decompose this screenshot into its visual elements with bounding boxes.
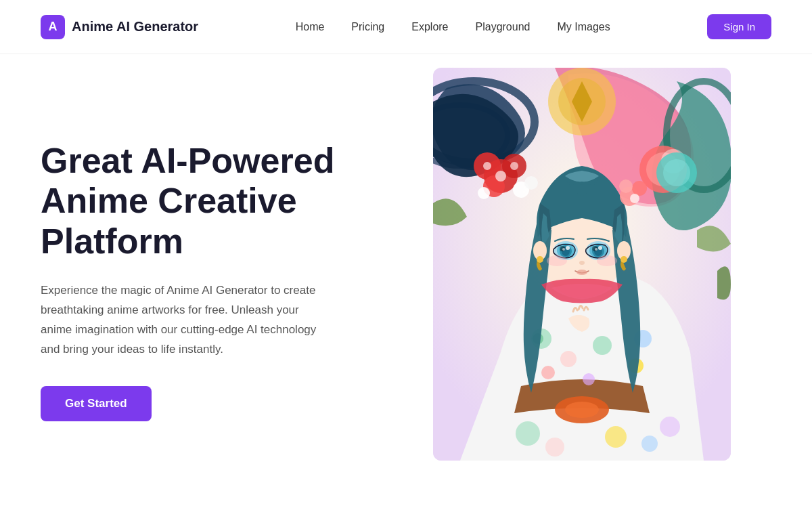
svg-point-23 [565,402,599,418]
svg-point-41 [562,248,565,251]
svg-point-40 [566,246,570,250]
nav-item-my-images: My Images [557,21,610,33]
svg-point-49 [579,261,585,265]
nav-item-pricing: Pricing [351,21,384,33]
svg-point-64 [641,436,658,452]
svg-point-48 [595,248,597,251]
brand-icon: A [41,15,65,39]
anime-character-image [433,68,731,461]
hero-section: Great AI-Powered Anime Creative Platform… [0,54,812,508]
nav-link-home[interactable]: Home [296,21,325,33]
signin-button[interactable]: Sign In [707,14,771,39]
svg-point-61 [516,421,540,446]
brand-icon-letter: A [49,20,58,34]
nav-link-explore[interactable]: Explore [411,21,448,33]
hero-title: Great AI-Powered Anime Creative Platform [41,141,365,262]
get-started-button[interactable]: Get Started [41,386,152,421]
nav-link-pricing[interactable]: Pricing [351,21,384,33]
svg-point-58 [632,181,647,196]
svg-point-62 [545,438,564,457]
svg-point-15 [524,176,538,190]
nav-link-my-images[interactable]: My Images [557,21,610,33]
svg-point-51 [547,255,567,266]
nav-item-home: Home [296,21,325,33]
hero-content: Great AI-Powered Anime Creative Platform… [41,141,392,422]
hero-image-container [392,54,771,508]
svg-point-31 [583,373,595,385]
svg-point-60 [630,194,639,203]
svg-point-21 [663,159,690,186]
svg-point-50 [577,270,587,275]
nav-link-playground[interactable]: Playground [476,21,531,33]
nav-links: Home Pricing Explore Playground My Image… [296,21,610,33]
navbar: A Anime AI Generator Home Pricing Explor… [0,0,812,54]
svg-point-63 [605,426,627,448]
svg-point-29 [541,366,555,379]
svg-point-47 [598,246,602,250]
svg-point-11 [495,171,506,182]
hero-description: Experience the magic of Anime AI Generat… [41,281,332,360]
svg-point-16 [478,187,490,199]
svg-point-26 [560,351,577,367]
svg-point-52 [597,255,617,266]
svg-point-27 [593,336,612,355]
svg-point-13 [510,162,518,170]
svg-point-59 [619,179,633,193]
svg-point-65 [660,417,680,437]
brand-name: Anime AI Generator [72,19,198,35]
svg-point-12 [483,162,491,170]
nav-item-explore: Explore [411,21,448,33]
nav-item-playground: Playground [476,21,531,33]
svg-point-55 [537,256,543,263]
brand-logo[interactable]: A Anime AI Generator [41,15,198,39]
svg-point-56 [621,256,627,263]
